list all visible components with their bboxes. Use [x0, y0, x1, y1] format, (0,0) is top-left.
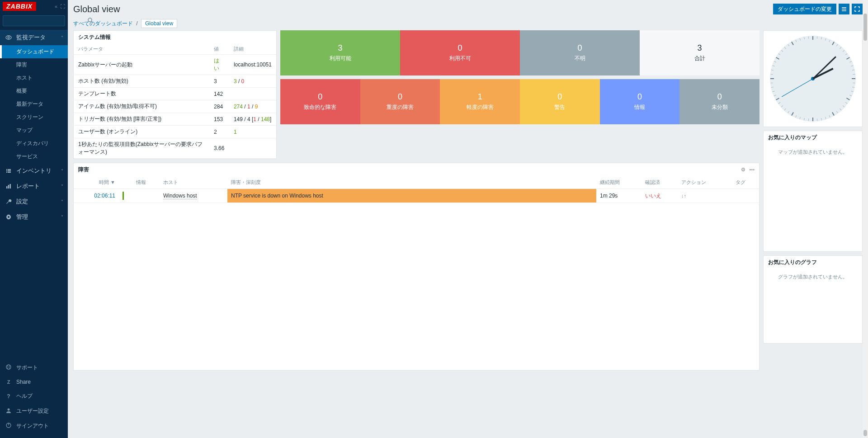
nav-subitem-6[interactable]: マップ	[0, 124, 68, 137]
clock-tick	[771, 70, 774, 71]
fullscreen-button[interactable]	[852, 4, 863, 14]
nav-section-1[interactable]: インベントリ˅	[0, 163, 68, 179]
footer-item-user[interactable]: ユーザー設定	[0, 404, 68, 419]
severity-tile[interactable]: 0致命的な障害	[280, 79, 360, 124]
footer-item-share[interactable]: ZShare	[0, 375, 68, 389]
problems-th-problem: 障害・深刻度	[227, 176, 596, 189]
footer-item-label: ユーザー設定	[16, 407, 49, 415]
clock-widget	[763, 30, 863, 127]
clock-tick	[788, 111, 789, 113]
widget-gear-icon[interactable]: ⚙	[741, 167, 745, 173]
nav-subitem-3[interactable]: 概要	[0, 85, 68, 98]
clock-tick	[781, 105, 783, 107]
nav-subitem-7[interactable]: ディスカバリ	[0, 137, 68, 150]
sysinfo-value: 284	[209, 100, 229, 113]
problems-th-actions: アクション	[678, 176, 732, 189]
edit-dashboard-button[interactable]: ダッシュボードの変更	[773, 4, 836, 14]
breadcrumb-current[interactable]: Global view	[141, 19, 177, 28]
status-tiles: 3利用可能0利用不可0不明3合計 0致命的な障害0重度の障害1軽度の障害0警告0…	[280, 30, 760, 159]
fav-maps-widget: お気に入りのマップ マップが追加されていません。	[763, 131, 863, 252]
tile-label: 未分類	[712, 104, 728, 111]
svg-point-3	[8, 37, 9, 38]
nav-subitem-5[interactable]: スクリーン	[0, 111, 68, 124]
svg-rect-18	[842, 9, 846, 10]
nav-section-4[interactable]: 管理˅	[0, 209, 68, 225]
clock-tick	[795, 40, 797, 42]
search-input[interactable]	[3, 16, 85, 26]
clock-tick	[836, 111, 838, 113]
sysinfo-row: Zabbixサーバーの起動はいlocalhost:10051	[74, 55, 276, 75]
collapse-sidebar-icon[interactable]: «	[55, 4, 57, 9]
tile-num: 3	[338, 43, 342, 53]
scrollbar-thumb[interactable]	[863, 14, 867, 41]
clock-tick	[851, 91, 853, 92]
tile-label: 不明	[575, 55, 585, 62]
clock-face	[770, 36, 856, 122]
clock-tick	[845, 53, 848, 55]
host-link[interactable]: Windows host	[163, 193, 197, 199]
sysinfo-detail	[229, 138, 276, 159]
ack-link[interactable]: いいえ	[645, 193, 661, 199]
footer-item-signout[interactable]: サインアウト	[0, 419, 68, 433]
nav-section-2[interactable]: レポート˅	[0, 179, 68, 194]
footer-item-label: ヘルプ	[16, 392, 33, 400]
nav-section-3[interactable]: 設定˅	[0, 194, 68, 209]
host-tile[interactable]: 0不明	[520, 30, 640, 75]
sysinfo-value: 3.66	[209, 138, 229, 159]
clock-tick	[832, 112, 835, 116]
tile-num: 0	[398, 92, 402, 102]
problems-title: 障害	[78, 166, 89, 174]
scrollbar-thumb-bottom[interactable]	[863, 430, 867, 436]
nav-subitem-8[interactable]: サービス	[0, 150, 68, 163]
host-tile[interactable]: 0利用不可	[400, 30, 520, 75]
severity-tile[interactable]: 1軽度の障害	[440, 79, 520, 124]
footer-item-help[interactable]: ?ヘルプ	[0, 389, 68, 404]
svg-rect-12	[10, 184, 11, 188]
clock-tick	[853, 83, 855, 84]
footer-item-label: サインアウト	[16, 422, 49, 430]
problem-time[interactable]: 02:06:11	[74, 189, 119, 203]
fav-maps-empty: マップが追加されていません。	[764, 144, 862, 160]
header: Global view ダッシュボードの変更	[68, 0, 868, 16]
search-icon[interactable]	[85, 18, 96, 24]
clock-tick	[846, 57, 850, 60]
sysinfo-row: テンプレート数142	[74, 88, 276, 100]
severity-tile[interactable]: 0情報	[600, 79, 680, 124]
problem-name[interactable]: NTP service is down on Windows host	[227, 189, 596, 203]
sysinfo-row: アイテム数 (有効/無効/取得不可)284274 / 1 / 9	[74, 100, 276, 113]
nav-subitem-2[interactable]: ホスト	[0, 71, 68, 85]
severity-tile[interactable]: 0重度の障害	[360, 79, 440, 124]
nav-section-0[interactable]: 監視データ˄	[0, 30, 68, 45]
tile-label: 利用不可	[449, 55, 471, 62]
tile-num: 0	[637, 92, 642, 102]
eye-icon	[5, 34, 13, 41]
nav-subitem-1[interactable]: 障害	[0, 58, 68, 71]
severity-tile[interactable]: 0未分類	[679, 79, 760, 124]
main: Global view ダッシュボードの変更 すべてのダッシュボード / Glo…	[68, 0, 868, 438]
svg-point-2	[6, 36, 11, 39]
clock-tick	[849, 61, 852, 62]
host-tile[interactable]: 3合計	[640, 30, 760, 75]
widget-more-icon[interactable]: •••	[749, 167, 755, 173]
svg-line-1	[91, 21, 93, 23]
clock-tick	[812, 36, 813, 40]
clock-tick	[799, 38, 800, 40]
tile-num: 1	[478, 92, 482, 102]
footer-item-support[interactable]: サポート	[0, 360, 68, 375]
nav-subitem-0[interactable]: ダッシュボード	[0, 45, 68, 58]
clock-tick	[836, 44, 838, 47]
host-tile[interactable]: 3利用可能	[280, 30, 400, 75]
svg-rect-6	[6, 170, 7, 171]
nav-subitem-4[interactable]: 最新データ	[0, 98, 68, 111]
actions-menu-button[interactable]	[839, 4, 849, 14]
popout-icon[interactable]: ⛶	[60, 4, 65, 9]
clock-tick	[784, 47, 786, 49]
logo[interactable]: ZABBIX	[3, 2, 36, 11]
clock-tick	[832, 42, 835, 45]
problems-th-tags: タグ	[732, 176, 759, 189]
problems-th-time[interactable]: 時間 ▼	[74, 176, 119, 189]
severity-tile[interactable]: 0警告	[520, 79, 600, 124]
scrollbar[interactable]	[863, 0, 868, 438]
action-icon[interactable]: ↓↑	[681, 193, 686, 198]
clock-tick	[852, 78, 855, 79]
